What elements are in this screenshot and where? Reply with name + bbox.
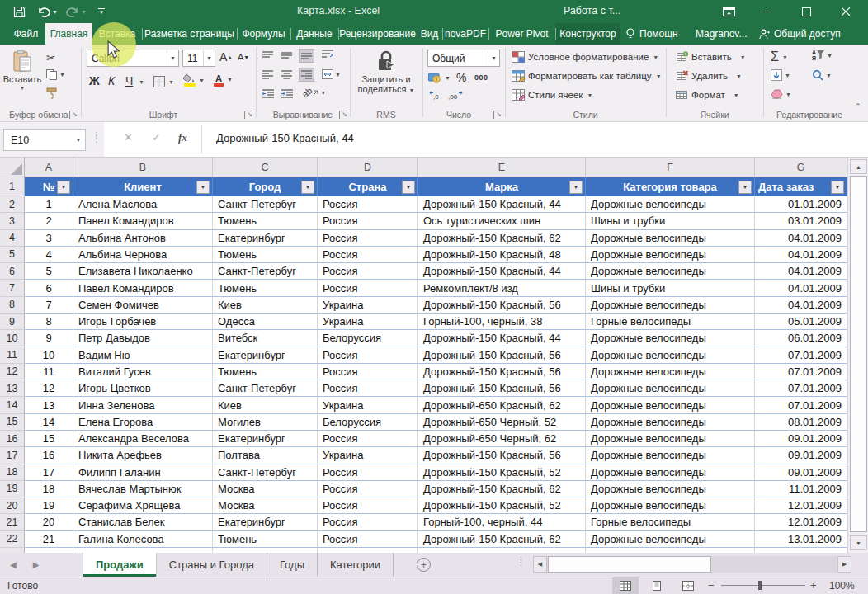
cell[interactable]: 08.01.2009	[755, 414, 847, 431]
vertical-scroll-thumb[interactable]	[850, 176, 867, 532]
cell[interactable]: 07.01.2009	[755, 380, 847, 397]
row-header-16[interactable]: 16	[0, 431, 25, 447]
cell[interactable]: Павел Командиров	[73, 280, 213, 296]
cell[interactable]: Санкт-Петербуг	[213, 263, 318, 280]
cell[interactable]: Петр Давыдов	[73, 330, 213, 346]
sheet-tab-Годы[interactable]: Годы	[267, 553, 318, 577]
align-right-icon[interactable]	[299, 68, 314, 82]
cell[interactable]: Тюмень	[213, 280, 318, 296]
cell[interactable]: Россия	[318, 497, 418, 514]
table-header-cell[interactable]: Клиент▼	[73, 177, 213, 196]
cell[interactable]: Дорожные велосипеды	[586, 297, 755, 314]
cell[interactable]: Дорожный-150 Красный, 56	[418, 297, 586, 314]
cell[interactable]: Россия	[318, 464, 418, 481]
styles-item-1[interactable]: Форматировать как таблицу▼	[512, 70, 662, 82]
cell[interactable]: Одесса	[213, 314, 318, 330]
fill-down-icon[interactable]: ▼	[771, 69, 790, 81]
fill-color-icon[interactable]: ▼	[183, 74, 205, 87]
cell[interactable]: Дорожные велосипеды	[586, 497, 755, 514]
row-header-4[interactable]: 4	[0, 230, 25, 247]
cell[interactable]: Украина	[318, 397, 418, 413]
shrink-font-icon[interactable]: A▼	[238, 52, 249, 62]
cell[interactable]: Киев	[213, 297, 318, 314]
align-bottom-icon[interactable]	[299, 49, 314, 63]
italic-icon[interactable]: К	[108, 74, 115, 87]
cell[interactable]: 07.01.2009	[755, 364, 847, 380]
styles-item-2[interactable]: Стили ячеек▼	[512, 89, 592, 101]
cut-icon[interactable]: ✂	[46, 51, 56, 64]
zoom-percentage[interactable]: 100%	[829, 580, 855, 592]
filter-dropdown-icon[interactable]: ▼	[57, 181, 70, 194]
protect-share-button[interactable]: Защитить и поделиться ▼	[353, 49, 419, 106]
cell[interactable]: Дорожные велосипеды	[586, 247, 755, 263]
cell[interactable]: 11	[25, 364, 73, 380]
row-header-5[interactable]: 5	[0, 247, 25, 263]
cell[interactable]: Россия	[318, 347, 418, 364]
cell[interactable]: Дорожные велосипеды	[586, 330, 755, 346]
cell[interactable]: Вячеслав Мартынюк	[73, 481, 213, 497]
cell[interactable]: Игорь Цветков	[73, 380, 213, 397]
name-box-dropdown-icon[interactable]: ▼	[72, 137, 85, 143]
cell[interactable]: 8	[25, 314, 73, 330]
cell[interactable]: 04.01.2009	[755, 247, 847, 263]
horizontal-scroll-thumb[interactable]	[548, 556, 711, 573]
cell[interactable]: Дорожные велосипеды	[586, 347, 755, 364]
cell[interactable]: Дорожный-150 Красный, 52	[418, 464, 586, 481]
cell[interactable]: Галина Колесова	[73, 531, 213, 548]
cell[interactable]: Дорожный-150 Красный, 56	[418, 447, 586, 464]
cell[interactable]: 7	[25, 297, 73, 314]
vertical-scrollbar[interactable]: ▲ ▼	[847, 158, 868, 553]
cell[interactable]: Украина	[318, 447, 418, 464]
cell[interactable]: Дорожные велосипеды	[586, 230, 755, 247]
cell[interactable]: Станислав Белек	[73, 514, 213, 530]
customize-qat-icon[interactable]: ▼	[98, 4, 105, 19]
cell[interactable]: Тюмень	[213, 531, 318, 548]
share-button[interactable]: Общий доступ	[759, 23, 841, 45]
row-header-20[interactable]: 20	[0, 497, 25, 514]
column-header-A[interactable]: A	[25, 158, 73, 177]
paste-button[interactable]: Вставить ▼	[2, 50, 42, 104]
cell[interactable]: Украина	[318, 297, 418, 314]
cell[interactable]: Белоруссия	[318, 414, 418, 431]
zoom-slider-track[interactable]	[721, 585, 805, 586]
cell[interactable]: Вадим Ню	[73, 347, 213, 364]
cell[interactable]: Россия	[318, 431, 418, 447]
cell[interactable]: 11.01.2009	[755, 481, 847, 497]
ribbon-display-options-icon[interactable]	[715, 0, 743, 23]
cell[interactable]: Тюмень	[213, 213, 318, 229]
column-header-G[interactable]: G	[755, 158, 847, 177]
zoom-slider-thumb[interactable]	[758, 581, 762, 590]
sheet-tab-Категории[interactable]: Категории	[318, 553, 394, 577]
cell[interactable]: Елизавета Николаенко	[73, 263, 213, 280]
cell[interactable]: Россия	[318, 196, 418, 213]
cell[interactable]: Дорожные велосипеды	[586, 464, 755, 481]
cell[interactable]: Екатеринбург	[213, 431, 318, 447]
row-header-15[interactable]: 15	[0, 414, 25, 431]
row-header-17[interactable]: 17	[0, 447, 25, 464]
cell[interactable]: Дорожные велосипеды	[586, 263, 755, 280]
ribbon-tab-Вид[interactable]: Вид	[417, 23, 442, 45]
cell[interactable]: Дорожный-150 Красный, 62	[418, 230, 586, 247]
ribbon-tab-Данные[interactable]: Данные	[290, 23, 338, 45]
row-header-19[interactable]: 19	[0, 481, 25, 497]
ribbon-tab-Файл[interactable]: Файл	[7, 23, 45, 45]
ribbon-tab-Power Pivot[interactable]: Power Pivot	[488, 23, 555, 45]
cell[interactable]: Дорожный-650 Черный, 62	[418, 431, 586, 447]
cell[interactable]: Екатеринбург	[213, 230, 318, 247]
cell[interactable]: Инна Зеленова	[73, 397, 213, 413]
cell[interactable]: Россия	[318, 380, 418, 397]
font-size-dropdown-icon[interactable]: ▼	[203, 50, 215, 66]
ribbon-tab-Главная[interactable]: Главная	[45, 23, 92, 45]
font-color-icon[interactable]: А ▼	[213, 73, 233, 87]
zoom-in-icon[interactable]: +	[810, 579, 817, 592]
cell[interactable]: Никита Арефьев	[73, 447, 213, 464]
cell[interactable]: Шины и трубки	[586, 213, 755, 229]
sort-filter-icon[interactable]: АЯ ▼	[812, 50, 833, 61]
cell[interactable]: 14	[25, 414, 73, 431]
cell[interactable]: 17	[25, 464, 73, 481]
cells-item-2[interactable]: Формат▼	[675, 89, 739, 101]
cell[interactable]: 1	[25, 196, 73, 213]
scroll-up-icon[interactable]: ▲	[850, 159, 867, 174]
cell[interactable]: 16	[25, 447, 73, 464]
decrease-indent-icon[interactable]	[262, 89, 274, 98]
